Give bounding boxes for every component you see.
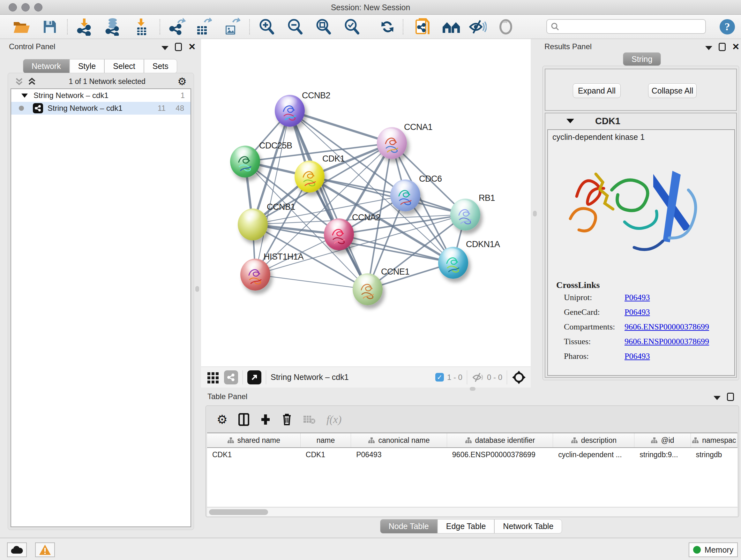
panel-menu-icon[interactable] [714,396,721,400]
network-overview-icon[interactable] [224,370,238,384]
show-all-icon[interactable] [493,18,518,36]
column-header-shared-name[interactable]: shared name [207,433,300,447]
column-header-description[interactable]: description [553,433,634,447]
vertical-splitter-handle[interactable] [195,286,199,292]
warnings-button[interactable] [35,543,55,557]
table-cell: 9606.ENSP00000378699 [447,450,553,459]
column-header-namespac[interactable]: namespac [691,433,738,447]
protein-result-box: CDK1 cyclin-dependent kinase 1 [545,113,737,378]
protein-structure-thumbnail [245,264,266,287]
vertical-splitter-handle[interactable] [533,211,537,216]
selected-checkbox-icon[interactable]: ✓ [435,373,444,381]
tab-style[interactable]: Style [70,59,105,73]
network-node-cdc6[interactable] [390,179,420,211]
detach-view-icon[interactable] [247,370,261,384]
network-node-hist1h1a[interactable] [240,259,270,291]
protein-structure-thumbnail [443,253,463,275]
hidden-count: 0 - 0 [487,373,502,382]
network-node-cdc25b[interactable] [230,145,260,178]
network-options-gear-icon[interactable]: ⚙ [178,76,187,86]
table-horizontal-scrollbar[interactable] [207,507,738,516]
tab-network[interactable]: Network [23,59,70,73]
expand-all-button[interactable]: Expand All [573,83,621,98]
search-input[interactable] [562,22,699,31]
new-network-from-selection-icon[interactable] [410,18,435,36]
crosslink-link[interactable]: P06493 [624,293,650,302]
network-collection-row[interactable]: String Network – cdk1 1 [11,89,191,102]
panel-menu-icon[interactable] [705,46,712,50]
float-panel-icon[interactable] [175,43,182,51]
network-node-rb1[interactable] [450,199,480,231]
column-header-canonical-name[interactable]: canonical name [351,433,447,447]
zoom-in-icon[interactable] [254,18,279,36]
close-panel-icon[interactable]: ✕ [188,43,196,51]
protein-structure-thumbnail [382,133,402,155]
node-table[interactable]: shared namenamecanonical namedatabase id… [207,433,738,507]
table-cell: CDK1 [207,450,300,459]
import-table-from-file-icon[interactable] [129,18,154,36]
table-panel-title: Table Panel [207,392,247,401]
tab-string[interactable]: String [623,52,661,66]
import-network-from-file-icon[interactable] [72,18,97,36]
zoom-out-icon[interactable] [283,18,308,36]
table-panel: Table Panel ✕ ⚙ f(x) shared namenamecano… [201,390,741,538]
column-header-name[interactable]: name [300,433,351,447]
protein-structure-thumbnail [395,185,415,207]
crosslink-link[interactable]: 9606.ENSP00000378699 [624,337,709,347]
add-column-icon[interactable] [260,413,271,426]
network-node-ccna2[interactable] [324,219,354,250]
table-options-gear-icon[interactable]: ⚙ [217,415,227,425]
crosslink-link[interactable]: P06493 [624,352,650,361]
memory-button[interactable]: Memory [689,543,738,557]
refresh-view-icon[interactable] [375,18,400,36]
tab-node-table[interactable]: Node Table [380,519,437,534]
network-node-ccne1[interactable] [353,273,383,305]
network-node-ccna1[interactable] [377,127,407,159]
crosslink-link[interactable]: 9606.ENSP00000378699 [624,322,709,332]
collapse-all-icon[interactable] [14,77,24,86]
import-network-from-database-icon[interactable] [101,18,126,36]
protein-header[interactable]: CDK1 [545,113,736,129]
collapse-protein-icon[interactable] [566,119,574,123]
zoom-selected-icon[interactable] [340,18,364,36]
tab-edge-table[interactable]: Edge Table [437,519,495,534]
node-label-cdc6: CDC6 [419,174,442,184]
network-node-cdk1[interactable] [294,161,325,192]
float-panel-icon[interactable] [719,43,726,51]
first-neighbors-icon[interactable] [439,18,464,36]
delete-column-icon[interactable] [282,413,292,426]
export-image-icon[interactable] [219,18,244,36]
tab-network-table[interactable]: Network Table [494,519,562,534]
tab-sets[interactable]: Sets [144,59,177,73]
tab-select[interactable]: Select [105,59,144,73]
export-table-icon[interactable] [191,18,215,36]
help-icon[interactable]: ? [715,18,740,36]
network-row[interactable]: String Network – cdk1 11 48 [11,102,191,115]
grid-view-icon[interactable] [207,371,219,384]
column-header--id[interactable]: @id [634,433,690,447]
collection-expander-icon[interactable] [21,94,28,98]
scrollbar-thumb[interactable] [209,509,268,515]
column-header-database-identifier[interactable]: database identifier [447,433,553,447]
show-columns-icon[interactable] [239,413,249,426]
network-canvas[interactable]: CCNB2CCNA1CDC25BCDK1CDC6RB1CCNB1CCNA2CDK… [201,39,531,367]
network-node-ccnb2[interactable] [275,95,305,127]
network-node-ccnb1[interactable] [238,208,268,240]
save-session-icon[interactable] [37,18,62,36]
cloud-button[interactable] [7,543,27,557]
panel-menu-icon[interactable] [161,46,169,50]
zoom-fit-icon[interactable] [311,18,336,36]
results-panel: Results Panel ✕ String Expand All Collap… [539,41,741,389]
export-network-icon[interactable] [165,18,190,36]
open-session-icon[interactable] [9,18,34,36]
crosslink-link[interactable]: P06493 [624,307,650,317]
close-panel-icon[interactable]: ✕ [732,43,739,51]
hide-selected-icon[interactable] [465,18,490,36]
expand-all-icon[interactable] [27,77,37,86]
table-row[interactable]: CDK1CDK1P064939606.ENSP00000378699cyclin… [207,448,738,461]
float-panel-icon[interactable] [727,393,734,401]
network-node-cdkn1a[interactable] [438,247,468,279]
warning-icon [39,544,51,556]
birdseye-navigator-icon[interactable] [512,370,526,385]
collapse-all-button[interactable]: Collapse All [648,83,697,98]
